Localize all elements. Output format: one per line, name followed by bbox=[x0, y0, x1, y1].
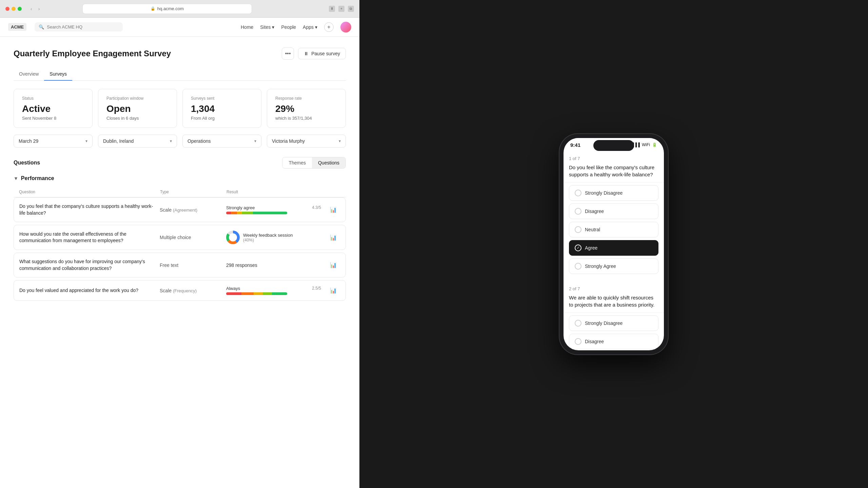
add-tab-button[interactable]: + bbox=[338, 6, 344, 12]
add-button[interactable]: + bbox=[324, 22, 334, 32]
table-row: What suggestions do you have for improvi… bbox=[14, 253, 346, 277]
filter-location[interactable]: Dublin, Ireland ▾ bbox=[98, 135, 177, 148]
q2-options: Strongly Disagree Disagree Neutral Agree bbox=[564, 313, 664, 350]
themes-toggle-button[interactable]: Themes bbox=[282, 157, 312, 168]
question-result: 298 responses bbox=[226, 262, 321, 268]
question-result: Always 2.5/5 bbox=[226, 286, 321, 295]
filter-person[interactable]: Victoria Murphy ▾ bbox=[267, 135, 346, 148]
stat-participation-value: Open bbox=[106, 103, 169, 114]
filter-date[interactable]: March 29 ▾ bbox=[14, 135, 93, 148]
answer-option[interactable]: Strongly Disagree bbox=[569, 185, 658, 201]
phone-mockup: 9:41 ▐▐▐ WiFi 🔋 1 of 7 Do you feel like … bbox=[559, 134, 668, 354]
nav-apps[interactable]: Apps ▾ bbox=[303, 24, 317, 30]
performance-header: ▼ Performance bbox=[14, 175, 346, 181]
answer-option-selected[interactable]: Agree bbox=[569, 240, 658, 256]
table-header: Question Type Result bbox=[14, 187, 346, 197]
col-question: Question bbox=[19, 190, 155, 194]
main-content: Quarterly Employee Engagement Survey •••… bbox=[0, 37, 359, 488]
view-toggle: Themes Questions bbox=[282, 157, 346, 169]
search-bar[interactable]: 🔍 bbox=[35, 22, 123, 32]
nav-links: Home Sites ▾ People Apps ▾ + bbox=[241, 22, 351, 33]
bar-chart bbox=[226, 212, 287, 214]
browser-chrome: ‹ › 🔒 hq.acme.com ⬆ + ⧉ bbox=[0, 0, 359, 18]
question-text: Do you feel that the company's culture s… bbox=[19, 203, 154, 216]
stat-participation-sub: Closes in 6 days bbox=[106, 116, 169, 121]
chart-detail-button[interactable]: 📊 bbox=[327, 234, 340, 241]
stat-participation: Participation window Open Closes in 6 da… bbox=[98, 89, 177, 128]
table-row: How would you rate the overall effective… bbox=[14, 225, 346, 250]
questions-title: Questions bbox=[14, 160, 40, 166]
bar-chart bbox=[226, 292, 287, 295]
table-row: Do you feel valued and appreciated for t… bbox=[14, 280, 346, 301]
q1-counter: 1 of 7 bbox=[569, 156, 658, 161]
stat-surveys-value: 1,304 bbox=[191, 103, 253, 114]
question-type-sub: (Frequency) bbox=[173, 288, 197, 293]
nav-sites[interactable]: Sites ▾ bbox=[260, 24, 274, 30]
stat-surveys-sent: Surveys sent 1,304 From All org bbox=[182, 89, 261, 128]
nav-home[interactable]: Home bbox=[241, 24, 253, 30]
question-text: How would you rate the overall effective… bbox=[19, 231, 154, 244]
close-traffic-light[interactable] bbox=[5, 7, 9, 11]
phone-screen: 9:41 ▐▐▐ WiFi 🔋 1 of 7 Do you feel like … bbox=[564, 138, 664, 350]
questions-toggle-button[interactable]: Questions bbox=[312, 157, 346, 168]
answer-option[interactable]: Neutral bbox=[569, 222, 658, 237]
address-bar[interactable]: 🔒 hq.acme.com bbox=[82, 4, 252, 14]
answer-label: Strongly Disagree bbox=[585, 190, 623, 196]
pause-survey-button[interactable]: ⏸ Pause survey bbox=[298, 48, 346, 59]
tab-overview[interactable]: Overview bbox=[14, 68, 44, 81]
table-row: Do you feel that the company's culture s… bbox=[14, 197, 346, 222]
stats-row: Status Active Sent November 8 Participat… bbox=[14, 89, 346, 128]
share-button[interactable]: ⬆ bbox=[329, 6, 335, 12]
tabs: Overview Surveys bbox=[14, 68, 346, 81]
answer-label: Disagree bbox=[585, 339, 604, 344]
status-icons: ▐▐▐ WiFi 🔋 bbox=[631, 142, 657, 147]
q1-options: Strongly Disagree Disagree Neutral Agree bbox=[564, 182, 664, 279]
stat-status: Status Active Sent November 8 bbox=[14, 89, 93, 128]
q2-text: We are able to quickly shift resources t… bbox=[569, 294, 658, 308]
answer-option[interactable]: Strongly Agree bbox=[569, 258, 658, 274]
header-actions: ••• ⏸ Pause survey bbox=[282, 47, 346, 60]
filter-department[interactable]: Operations ▾ bbox=[182, 135, 261, 148]
lock-icon: 🔒 bbox=[151, 6, 155, 11]
radio-button bbox=[575, 245, 581, 251]
phone-question-1-block: 1 of 7 Do you feel like the company's cu… bbox=[564, 149, 664, 182]
answer-option[interactable]: Disagree bbox=[569, 334, 658, 349]
question-text: What suggestions do you have for improvi… bbox=[19, 258, 154, 272]
browser-actions: ⬆ + ⧉ bbox=[329, 6, 354, 12]
search-input[interactable] bbox=[47, 24, 119, 30]
nav-arrows: ‹ › bbox=[28, 5, 42, 12]
back-arrow[interactable]: ‹ bbox=[28, 5, 34, 12]
minimize-traffic-light[interactable] bbox=[12, 7, 16, 11]
url-text: hq.acme.com bbox=[157, 6, 184, 11]
answer-option[interactable]: Strongly Disagree bbox=[569, 315, 658, 331]
phone-content: 1 of 7 Do you feel like the company's cu… bbox=[564, 149, 664, 350]
question-type: Scale (Frequency) bbox=[160, 288, 221, 293]
answer-label: Agree bbox=[585, 245, 597, 251]
chart-detail-button[interactable]: 📊 bbox=[327, 207, 340, 213]
result-label: Always 2.5/5 bbox=[226, 286, 321, 291]
answer-label: Strongly Disagree bbox=[585, 320, 623, 326]
answer-label: Strongly Agree bbox=[585, 263, 616, 269]
collapse-button[interactable]: ▼ bbox=[14, 176, 18, 181]
answer-option[interactable]: Disagree bbox=[569, 203, 658, 219]
maximize-traffic-light[interactable] bbox=[18, 7, 22, 11]
wifi-icon: WiFi bbox=[642, 142, 650, 147]
chart-detail-button[interactable]: 📊 bbox=[327, 262, 340, 268]
nav-people[interactable]: People bbox=[281, 24, 296, 30]
more-options-button[interactable]: ••• bbox=[282, 47, 294, 60]
traffic-lights bbox=[5, 7, 22, 11]
chevron-down-icon: ▾ bbox=[170, 139, 172, 143]
radio-button bbox=[575, 208, 581, 215]
tabs-button[interactable]: ⧉ bbox=[348, 6, 354, 12]
battery-icon: 🔋 bbox=[652, 142, 657, 147]
chart-detail-button[interactable]: 📊 bbox=[327, 287, 340, 294]
phone-question-2-block: 2 of 7 We are able to quickly shift reso… bbox=[564, 279, 664, 313]
tab-surveys[interactable]: Surveys bbox=[44, 68, 72, 81]
question-text: Do you feel valued and appreciated for t… bbox=[19, 287, 154, 294]
col-actions bbox=[327, 190, 340, 194]
forward-arrow[interactable]: › bbox=[36, 5, 42, 12]
q1-text: Do you feel like the company's culture s… bbox=[569, 164, 658, 178]
search-icon: 🔍 bbox=[39, 24, 44, 30]
dynamic-island bbox=[593, 140, 634, 151]
avatar[interactable] bbox=[340, 22, 351, 33]
